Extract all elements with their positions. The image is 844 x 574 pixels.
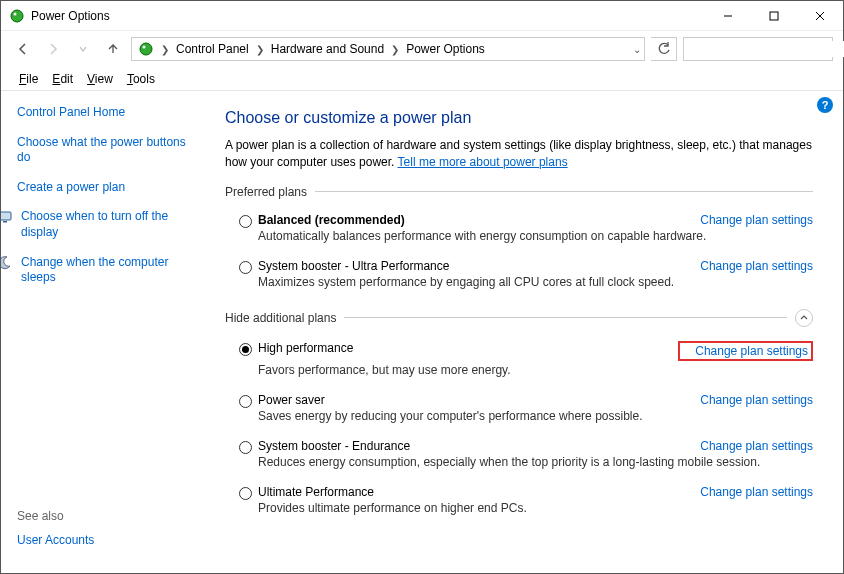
window-root: Power Options ❯ Control Pa	[0, 0, 844, 574]
back-button[interactable]	[11, 37, 35, 61]
plan-name[interactable]: Power saver	[258, 393, 325, 407]
svg-rect-10	[1, 212, 11, 220]
window-title: Power Options	[31, 9, 110, 23]
change-plan-settings-link[interactable]: Change plan settings	[700, 213, 813, 227]
menu-edit[interactable]: Edit	[46, 70, 79, 88]
plan-name[interactable]: Balanced (recommended)	[258, 213, 405, 227]
additional-plans-heading: Hide additional plans	[225, 309, 813, 327]
menubar: File Edit View Tools	[1, 67, 843, 91]
plan-radio[interactable]	[239, 215, 252, 228]
search-input[interactable]	[683, 37, 833, 61]
plan-name[interactable]: High performance	[258, 341, 353, 355]
recent-dropdown-icon[interactable]	[71, 37, 95, 61]
plan-description: Maximizes system performance by engaging…	[258, 275, 813, 289]
plan-radio[interactable]	[239, 441, 252, 454]
svg-rect-11	[3, 221, 7, 223]
titlebar: Power Options	[1, 1, 843, 31]
forward-button[interactable]	[41, 37, 65, 61]
chevron-down-icon[interactable]: ⌄	[630, 44, 644, 55]
minimize-button[interactable]	[705, 1, 751, 31]
up-button[interactable]	[101, 37, 125, 61]
help-icon[interactable]: ?	[817, 97, 833, 113]
intro-text: A power plan is a collection of hardware…	[225, 137, 813, 171]
power-plan-row: Ultimate PerformanceChange plan settings…	[225, 481, 813, 527]
power-plan-row: System booster - EnduranceChange plan se…	[225, 435, 813, 481]
plan-description: Provides ultimate performance on higher …	[258, 501, 813, 515]
svg-point-6	[140, 43, 152, 55]
power-plan-row: System booster - Ultra PerformanceChange…	[225, 255, 813, 301]
search-field[interactable]	[690, 41, 844, 57]
plan-description: Saves energy by reducing your computer's…	[258, 409, 813, 423]
chevron-right-icon[interactable]: ❯	[158, 44, 172, 55]
highlight-box: Change plan settings	[678, 341, 813, 361]
section-label: Hide additional plans	[225, 311, 336, 325]
change-plan-settings-link[interactable]: Change plan settings	[695, 344, 808, 358]
sidebar: Control Panel Home Choose what the power…	[1, 91, 211, 573]
change-plan-settings-link[interactable]: Change plan settings	[700, 393, 813, 407]
sidebar-change-sleep[interactable]: Change when the computer sleeps	[21, 255, 199, 286]
maximize-button[interactable]	[751, 1, 797, 31]
plan-radio[interactable]	[239, 487, 252, 500]
svg-point-1	[14, 12, 17, 15]
chevron-right-icon[interactable]: ❯	[253, 44, 267, 55]
plan-name[interactable]: Ultimate Performance	[258, 485, 374, 499]
power-options-icon	[138, 41, 154, 57]
plan-description: Automatically balances performance with …	[258, 229, 813, 243]
plan-radio[interactable]	[239, 343, 252, 356]
sidebar-choose-buttons[interactable]: Choose what the power buttons do	[17, 135, 199, 166]
svg-point-0	[11, 10, 23, 22]
menu-view[interactable]: View	[81, 70, 119, 88]
moon-icon	[1, 255, 13, 271]
plan-radio[interactable]	[239, 261, 252, 274]
body: ? Control Panel Home Choose what the pow…	[1, 91, 843, 573]
collapse-icon[interactable]	[795, 309, 813, 327]
power-plan-row: Balanced (recommended)Change plan settin…	[225, 209, 813, 255]
sidebar-create-plan[interactable]: Create a power plan	[17, 180, 199, 196]
page-title: Choose or customize a power plan	[225, 109, 813, 127]
refresh-button[interactable]	[651, 37, 677, 61]
plan-description: Favors performance, but may use more ene…	[258, 363, 813, 377]
plan-radio[interactable]	[239, 395, 252, 408]
monitor-icon	[1, 209, 13, 225]
power-plan-row: High performanceChange plan settingsFavo…	[225, 337, 813, 389]
svg-rect-3	[770, 12, 778, 20]
breadcrumb-segment[interactable]: Control Panel	[172, 38, 253, 60]
plan-name[interactable]: System booster - Endurance	[258, 439, 410, 453]
breadcrumb-segment[interactable]: Power Options	[402, 38, 489, 60]
svg-point-7	[143, 46, 146, 49]
breadcrumb-segment[interactable]: Hardware and Sound	[267, 38, 388, 60]
navbar: ❯ Control Panel ❯ Hardware and Sound ❯ P…	[1, 31, 843, 67]
close-button[interactable]	[797, 1, 843, 31]
change-plan-settings-link[interactable]: Change plan settings	[700, 485, 813, 499]
tell-me-more-link[interactable]: Tell me more about power plans	[398, 155, 568, 169]
preferred-plans-list: Balanced (recommended)Change plan settin…	[225, 209, 813, 301]
additional-plans-list: High performanceChange plan settingsFavo…	[225, 337, 813, 527]
sidebar-turn-off-display[interactable]: Choose when to turn off the display	[21, 209, 199, 240]
sidebar-home[interactable]: Control Panel Home	[17, 105, 199, 121]
change-plan-settings-link[interactable]: Change plan settings	[700, 259, 813, 273]
breadcrumb[interactable]: ❯ Control Panel ❯ Hardware and Sound ❯ P…	[131, 37, 645, 61]
preferred-plans-heading: Preferred plans	[225, 185, 813, 199]
change-plan-settings-link[interactable]: Change plan settings	[700, 439, 813, 453]
power-plan-row: Power saverChange plan settingsSaves ene…	[225, 389, 813, 435]
sidebar-user-accounts[interactable]: User Accounts	[17, 533, 199, 549]
chevron-right-icon[interactable]: ❯	[388, 44, 402, 55]
main-content: Choose or customize a power plan A power…	[211, 91, 843, 573]
section-label: Preferred plans	[225, 185, 307, 199]
menu-tools[interactable]: Tools	[121, 70, 161, 88]
menu-file[interactable]: File	[13, 70, 44, 88]
plan-description: Reduces energy consumption, especially w…	[258, 455, 813, 469]
power-options-icon	[9, 8, 25, 24]
see-also-heading: See also	[17, 509, 199, 523]
plan-name[interactable]: System booster - Ultra Performance	[258, 259, 449, 273]
